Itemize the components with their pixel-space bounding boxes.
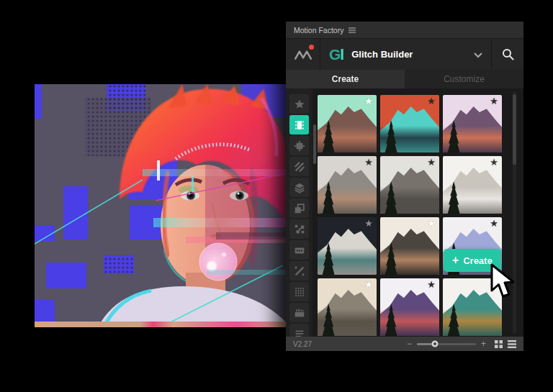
version-label: V2.27 [293, 340, 312, 348]
favorite-star-icon[interactable]: ★ [427, 218, 436, 229]
header-row: Gl Glitch Builder [286, 38, 523, 70]
preset-thumbnail-11[interactable]: ★ [380, 278, 439, 336]
zoom-slider[interactable] [417, 343, 476, 345]
notification-dot [309, 45, 314, 50]
preset-thumbnail-6[interactable]: ★ [443, 156, 502, 214]
search-button[interactable] [491, 39, 523, 70]
favorite-star-icon[interactable]: ★ [364, 157, 373, 168]
sidebar-diagonal-stripe-button[interactable] [289, 261, 309, 281]
tab-customize[interactable]: Customize [405, 70, 523, 88]
panel-titlebar[interactable]: Motion Factory [286, 22, 523, 38]
sidebar-scrollbar[interactable] [313, 124, 316, 164]
sidebar-film-cell-button[interactable] [289, 240, 309, 260]
create-button-label: Create [463, 255, 492, 266]
favorite-star-icon[interactable]: ★ [490, 218, 498, 229]
thumbnail-zoom-control: − + [407, 339, 486, 348]
preset-thumbnail-8[interactable]: ★ [380, 217, 439, 275]
sidebar-duplicate-copy-button[interactable] [289, 199, 309, 218]
pack-name: Glitch Builder [351, 49, 413, 60]
panel-title: Motion Factory [294, 26, 343, 35]
panel-menu-icon[interactable] [349, 27, 356, 33]
zoom-out-button[interactable]: − [407, 339, 412, 348]
favorite-star-icon[interactable]: ★ [364, 279, 373, 290]
motion-factory-logo[interactable] [286, 39, 320, 70]
preset-thumbnail-1[interactable]: ★ [318, 95, 377, 152]
preset-thumbnail-3[interactable]: ★ [443, 95, 502, 152]
favorite-star-icon[interactable]: ★ [427, 279, 436, 290]
preset-thumbnail-10[interactable]: ★ [318, 278, 377, 336]
glitch-portrait-art [35, 84, 287, 327]
preset-thumbnail-4[interactable]: ★ [318, 156, 377, 214]
layers-icon [293, 181, 306, 194]
glitch-builder-logo: Gl [329, 47, 343, 62]
pack-selector[interactable]: Gl Glitch Builder [320, 39, 491, 70]
preset-thumbnail-12[interactable]: ★ [443, 278, 502, 336]
film-cell-icon [293, 244, 306, 257]
favorite-star-icon[interactable]: ★ [490, 96, 498, 106]
favorites-star-icon [293, 98, 306, 111]
preset-grid: ★★★★★★★★★+Create★★★ [318, 95, 502, 337]
grid-scrollbar[interactable] [513, 94, 516, 165]
filmstrip-presets-icon [293, 119, 306, 132]
view-toggle-group [495, 340, 516, 348]
sidebar-filmstrip-presets-button[interactable] [289, 115, 309, 135]
plugin-effects-icon [293, 140, 306, 152]
preset-thumbnail-7[interactable]: ★ [318, 217, 377, 275]
search-icon [502, 48, 514, 60]
panel-content: ★★★★★★★★★+Create★★★ [286, 88, 523, 337]
favorite-star-icon[interactable]: ★ [490, 279, 498, 290]
diagonal-stripe-icon [293, 265, 306, 278]
zoom-in-button[interactable]: + [481, 339, 486, 348]
zoom-slider-handle[interactable] [431, 341, 438, 347]
keys-icon [293, 306, 306, 319]
grid-view-icon[interactable] [495, 340, 503, 348]
preset-thumbnail-9[interactable]: ★+Create [443, 217, 502, 275]
list-view-icon[interactable] [508, 340, 516, 348]
sidebar-plugin-effects-button[interactable] [289, 136, 309, 155]
favorite-star-icon[interactable]: ★ [364, 218, 373, 229]
sidebar-keys-button[interactable] [289, 303, 309, 322]
screen: Motion Factory Gl Glitch Builder [0, 0, 553, 392]
glitch-scatter-icon [293, 223, 306, 236]
preset-thumbnail-2[interactable]: ★ [380, 95, 439, 152]
category-sidebar [286, 88, 313, 337]
motion-factory-panel: Motion Factory Gl Glitch Builder [286, 22, 523, 351]
glitch-portrait-preview [35, 84, 287, 327]
text-lines-icon [293, 327, 306, 337]
tab-bar: Create Customize [286, 70, 523, 88]
sidebar-text-lines-button[interactable] [289, 324, 309, 337]
favorite-star-icon[interactable]: ★ [364, 96, 373, 106]
favorite-star-icon[interactable]: ★ [490, 157, 498, 168]
favorite-star-icon[interactable]: ★ [427, 157, 436, 168]
status-bar: V2.27 − + [286, 337, 523, 351]
duplicate-copy-icon [293, 202, 306, 215]
diagonal-stripes-icon [293, 160, 306, 173]
sidebar-layers-button[interactable] [289, 178, 309, 197]
sidebar-diagonal-stripes-button[interactable] [289, 157, 309, 176]
halftone-dots-icon [293, 286, 306, 298]
sidebar-favorites-star-button[interactable] [289, 94, 309, 114]
preset-thumbnail-5[interactable]: ★ [380, 156, 439, 214]
chevron-down-icon[interactable] [474, 48, 482, 61]
favorite-star-icon[interactable]: ★ [427, 96, 436, 106]
tab-create[interactable]: Create [286, 70, 405, 88]
plus-icon: + [452, 255, 459, 266]
create-button[interactable]: +Create [444, 249, 501, 272]
sidebar-halftone-dots-button[interactable] [289, 282, 309, 301]
sidebar-glitch-scatter-button[interactable] [289, 219, 309, 239]
